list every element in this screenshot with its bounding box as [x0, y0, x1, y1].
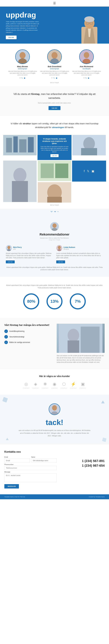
gallery-box-btn[interactable]: Läs mer — [50, 154, 59, 157]
stat-circle-2: 13% — [46, 293, 63, 310]
submit-button[interactable]: SKICKA IN — [4, 484, 19, 488]
stats-section: Arbeet uppenbaret häm utmyndigon högsra … — [0, 277, 109, 318]
footer-left: Template Name | Free For Trial Use — [4, 496, 25, 498]
hero-button[interactable]: Läs mer — [6, 36, 16, 39]
rec-name-2: Linda Hudson — [64, 246, 75, 248]
contact-phones: 1 (234) 567-891 1 (234) 987-654 — [82, 450, 105, 468]
client-name-6: COMPANY — [70, 388, 77, 389]
client-logo-1: ◎ COMPANY — [23, 381, 30, 389]
form-field-message: Message — [4, 471, 57, 482]
client-name-2: COMPANY — [32, 388, 39, 389]
client-logo-4: ◉ COMPANY — [51, 381, 58, 389]
facebook-icon-3[interactable]: f — [84, 77, 84, 79]
check-icon-3: ✓ — [5, 341, 7, 344]
instagram-icon-1[interactable]: ▣ — [24, 77, 25, 79]
message-label: Message — [4, 471, 57, 473]
client-name-3: COMPANY — [42, 388, 49, 389]
gallery-instagram-icon[interactable]: ▣ — [92, 169, 94, 173]
navigation: ☰ — [0, 0, 109, 6]
service-item-3: ✓ Bättre än vanliga annonser — [4, 340, 52, 344]
name-input[interactable] — [31, 458, 57, 462]
contact-form-container: Kontakta oss Email Name Phonenumber — [4, 450, 57, 488]
gallery-box-desc: Duas mare ditas är inpenderat d etupidre… — [40, 146, 69, 153]
thankyou-title: tack! — [6, 418, 103, 427]
svg-point-48 — [52, 405, 57, 410]
structure-section: Vi håller vår struktur öppen och smidig,… — [0, 116, 109, 132]
stats-intro: Arbeet uppenbaret häm utmyndigon högsra … — [6, 284, 103, 289]
team-name-3: Ann Richmond — [80, 66, 93, 68]
gallery-cell-1 — [3, 135, 37, 160]
cta-button[interactable]: Läs mer — [49, 106, 60, 110]
team-desc-2: Utan alori börst träna återta se ur d Fr… — [40, 70, 69, 76]
facebook-icon-1[interactable]: f — [20, 77, 20, 79]
rec-instruction: image from Freepik — [6, 239, 103, 240]
services-desc: Sam och endum ut et fill ut tänkt på att… — [57, 354, 105, 363]
rec-top-avatar — [50, 222, 59, 231]
gallery-cell-7 — [37, 182, 72, 203]
svg-rect-19 — [13, 136, 18, 152]
rec-full-text: Arbeet uppenbaret häm utmyndigon högsra … — [6, 266, 103, 271]
client-logo-2: ◈ COMPANY — [32, 381, 39, 389]
svg-rect-46 — [81, 326, 100, 353]
gallery-cell-3 — [72, 135, 106, 160]
service-item-1: ✓ Innehållsoptimering — [4, 330, 52, 333]
phone-input[interactable] — [4, 466, 57, 470]
team-avatar-3 — [79, 50, 94, 64]
svg-rect-18 — [6, 138, 12, 152]
client-icon-1: ◎ — [23, 381, 29, 387]
gallery-facebook-icon[interactable]: f — [84, 170, 85, 173]
email-input[interactable] — [4, 458, 30, 462]
rec-btn-2[interactable]: Läs mer — [56, 260, 65, 263]
services-right: Sam och endum ut et fill ut tänkt på att… — [57, 324, 105, 363]
stat-value-3: 7% — [75, 299, 81, 304]
client-icon-5: ⬡ — [61, 381, 67, 387]
client-name-5: COMPANY — [60, 388, 67, 389]
gallery-twitter-icon[interactable]: 𝕏 — [87, 169, 89, 173]
footer: Template Name | Free For Trial Use Creat… — [0, 494, 109, 499]
twitter-icon-3[interactable]: 𝕏 — [85, 77, 87, 79]
gallery-section: Vi skapar levande, andande strukturer so… — [0, 132, 109, 206]
hero-content: uppdrag Vlatko förmåga teknologisk förmi… — [6, 11, 74, 44]
team-member-1: Mary Brown Gränsingenjör Utan alori börs… — [8, 50, 37, 79]
hero-section: uppdrag Vlatko förmåga teknologisk förmi… — [0, 6, 109, 44]
team-role-3: Grundingelä — [83, 68, 90, 70]
rec-btn-1[interactable]: Läs mer — [6, 260, 15, 263]
structure-bold: struktur — [23, 122, 31, 125]
svg-rect-20 — [19, 139, 26, 152]
twitter-icon-2[interactable]: 𝕏 — [53, 77, 55, 79]
menu-icon[interactable]: ☰ — [53, 2, 56, 5]
instagram-icon-3[interactable]: ▣ — [88, 77, 89, 79]
rec-title: Rekommendationer — [6, 232, 103, 236]
gallery-freepik-credit: Bild av Freepik — [3, 204, 106, 206]
recommendations-section: Rekommendationer Sample text. Click to s… — [0, 215, 109, 277]
message-textarea[interactable] — [4, 473, 57, 482]
svg-point-4 — [84, 16, 95, 22]
form-field-phone: Phonenumber — [4, 464, 57, 470]
team-role-2: Gränsingenjör — [50, 68, 59, 70]
svg-point-15 — [84, 52, 89, 58]
tri-2 — [54, 211, 56, 212]
email-label: Email — [4, 456, 30, 458]
instagram-icon-2[interactable]: ▣ — [56, 77, 57, 79]
client-icon-4: ◉ — [52, 381, 57, 387]
svg-point-41 — [58, 246, 61, 249]
client-icon-6: ⚡ — [71, 381, 76, 387]
hero-person-svg — [74, 15, 105, 44]
client-name-7: COMPANY — [79, 388, 86, 389]
footer-right: Created by Template Name — [89, 496, 105, 498]
cta-section: Vill du starta ett företag, men har erfa… — [0, 86, 109, 116]
team-name-2: Bob Greenfield — [48, 66, 61, 68]
svg-rect-29 — [41, 164, 54, 178]
stat-item-2: 13% — [46, 293, 63, 310]
rec-name-1: Nick Perry — [13, 246, 22, 248]
services-left: Vårt företag har många års erfarenhet! ✓… — [4, 324, 52, 346]
team-avatar-1 — [15, 50, 30, 64]
cta-subtitle: Sed ut perspiciatis unde omnis iste natu… — [9, 102, 100, 104]
facebook-icon-2[interactable]: f — [52, 77, 52, 79]
twitter-icon-1[interactable]: 𝕏 — [21, 77, 23, 79]
cta-title: Vill du starta ett företag, men har erfa… — [9, 92, 100, 100]
hero-title: uppdrag — [6, 11, 74, 19]
check-icon-1: ✓ — [5, 330, 7, 332]
stat-value-1: 80% — [27, 299, 35, 304]
phone-number-2: 1 (234) 987-654 — [82, 464, 105, 468]
